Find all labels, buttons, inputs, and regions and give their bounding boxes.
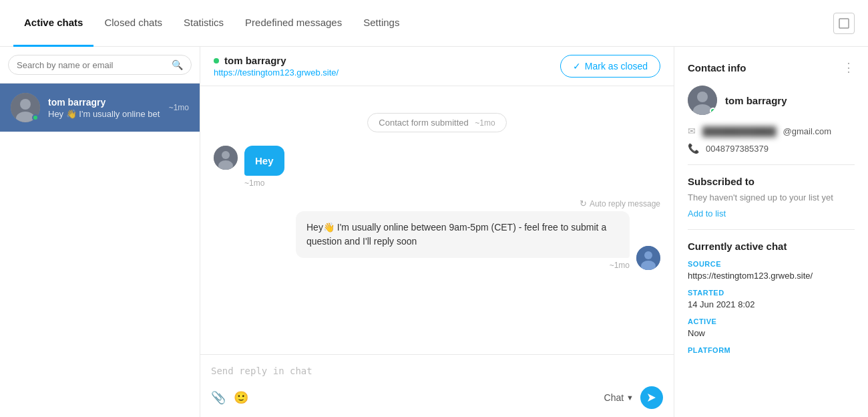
attachment-icon[interactable]: 📎 (211, 390, 226, 405)
contact-online-dot (710, 108, 716, 114)
checkmark-icon: ✓ (573, 61, 581, 72)
search-section: 🔍 (0, 47, 200, 84)
svg-point-11 (697, 92, 708, 102)
subscribed-title: Subscribed to (688, 176, 855, 187)
email-icon: ✉ (688, 126, 696, 136)
sidebar: 🔍 tom barragry Hey 👋 I'm usually online … (0, 47, 200, 417)
emoji-icon[interactable]: 🙂 (234, 390, 248, 405)
chat-toolbar: 📎 🙂 Chat ▼ (211, 386, 663, 409)
window-icon-button[interactable] (833, 13, 855, 34)
auto-reply-message-text: Hey👋 I'm usually online between 9am-5pm … (296, 211, 630, 258)
visitor-bubble: Hey ~1mo (244, 146, 284, 188)
visitor-avatar (214, 146, 238, 170)
auto-reply-label: ↻ Auto reply message (580, 198, 660, 208)
phone-icon: 📞 (688, 143, 699, 154)
contact-card-avatar (688, 86, 717, 115)
platform-label: PLATFORM (688, 346, 855, 354)
contact-card-name: tom barragry (725, 95, 787, 106)
system-message-inner: Contact form submitted ~1mo (367, 113, 506, 132)
chat-channel-button[interactable]: Chat ▼ (604, 392, 634, 403)
add-to-list-button[interactable]: Add to list (688, 208, 726, 219)
auto-reply-row: ↻ Auto reply message Hey👋 I'm usually on… (214, 198, 660, 270)
contact-time: ~1mo (169, 103, 189, 112)
contact-email: ████████████ (702, 126, 777, 136)
tab-closed-chats[interactable]: Closed chats (93, 0, 173, 47)
auto-reply-bubble-container: Hey👋 I'm usually online between 9am-5pm … (296, 211, 630, 270)
visitor-message-text: Hey (244, 146, 284, 176)
search-input[interactable] (17, 60, 172, 70)
subscribed-section: Subscribed to They haven't signed up to … (688, 176, 855, 219)
contact-preview: Hey 👋 I'm usually online bet (48, 109, 164, 119)
mark-as-closed-button[interactable]: ✓ Mark as closed (560, 55, 660, 78)
search-input-wrap[interactable]: 🔍 (8, 55, 192, 75)
send-button[interactable] (640, 386, 663, 409)
agent-avatar (636, 246, 660, 270)
search-icon: 🔍 (172, 59, 183, 70)
contact-avatar-wrap (11, 93, 40, 122)
main-layout: 🔍 tom barragry Hey 👋 I'm usually online … (0, 47, 868, 417)
subscribed-message: They haven't signed up to your list yet (688, 192, 855, 202)
system-message-time: ~1mo (475, 118, 495, 128)
auto-reply-time: ~1mo (296, 261, 630, 270)
chat-header-url: https://testingtom123.grweb.site/ (214, 67, 339, 78)
contact-info: tom barragry Hey 👋 I'm usually online be… (48, 97, 164, 119)
active-chat-section: Currently active chat SOURCE https://tes… (688, 241, 855, 354)
tab-active-chats[interactable]: Active chats (13, 0, 93, 47)
started-value: 14 Jun 2021 8:02 (688, 299, 855, 309)
chat-messages: Contact form submitted ~1mo Hey ~1mo (200, 86, 674, 354)
chat-input-area: 📎 🙂 Chat ▼ (200, 354, 674, 417)
active-label: ACTIVE (688, 317, 855, 325)
chat-header-name: tom barragry (214, 55, 339, 66)
svg-point-2 (20, 99, 31, 110)
contact-info-header: Contact info ⋮ (688, 60, 855, 75)
svg-point-8 (644, 251, 652, 259)
refresh-icon: ↻ (580, 198, 587, 208)
active-value: Now (688, 328, 855, 338)
right-panel: Contact info ⋮ tom barragry ✉ ██████████… (674, 47, 868, 417)
divider-1 (688, 164, 855, 165)
chat-reply-input[interactable] (211, 363, 663, 379)
contact-phone-row: 📞 0048797385379 (688, 143, 855, 154)
contact-name: tom barragry (48, 97, 164, 108)
top-navigation: Active chats Closed chats Statistics Pre… (0, 0, 868, 47)
visitor-message-time: ~1mo (244, 178, 284, 188)
contact-card: tom barragry (688, 86, 855, 115)
svg-rect-0 (839, 19, 849, 28)
chat-online-dot (214, 58, 219, 63)
started-label: STARTED (688, 289, 855, 297)
contact-phone: 0048797385379 (706, 144, 769, 154)
source-label: SOURCE (688, 260, 855, 268)
chat-header-info: tom barragry https://testingtom123.grweb… (214, 55, 339, 78)
chat-header: tom barragry https://testingtom123.grweb… (200, 47, 674, 86)
chevron-down-icon: ▼ (626, 394, 634, 402)
divider-2 (688, 229, 855, 230)
online-indicator (32, 114, 39, 121)
svg-point-5 (222, 151, 230, 159)
system-message: Contact form submitted ~1mo (214, 113, 660, 132)
contact-info-title: Contact info (688, 62, 746, 74)
visitor-message-row: Hey ~1mo (214, 146, 660, 188)
tab-predefined-messages[interactable]: Predefined messages (234, 0, 353, 47)
auto-reply-bubble-wrap: Hey👋 I'm usually online between 9am-5pm … (296, 211, 660, 270)
source-value: https://testingtom123.grweb.site/ (688, 271, 855, 281)
chat-area: tom barragry https://testingtom123.grweb… (200, 47, 674, 417)
email-domain: @gmail.com (783, 126, 831, 136)
tab-statistics[interactable]: Statistics (173, 0, 234, 47)
more-options-icon[interactable]: ⋮ (843, 60, 855, 75)
tab-settings[interactable]: Settings (353, 0, 410, 47)
active-chat-title: Currently active chat (688, 241, 855, 252)
contact-email-row: ✉ ████████████@gmail.com (688, 126, 855, 136)
contact-list-item[interactable]: tom barragry Hey 👋 I'm usually online be… (0, 84, 200, 132)
